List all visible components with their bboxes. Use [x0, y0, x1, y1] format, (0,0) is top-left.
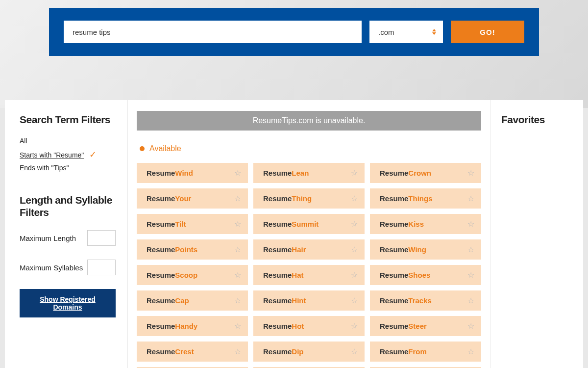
domain-card[interactable]: ResumeCrest☆ — [137, 342, 248, 362]
domain-name: ResumeCap — [147, 296, 189, 305]
domain-card[interactable]: ResumeHot☆ — [253, 316, 365, 336]
star-icon[interactable]: ☆ — [467, 321, 474, 331]
max-syllables-input[interactable] — [87, 260, 116, 275]
star-icon[interactable]: ☆ — [351, 270, 358, 280]
main-results: ResumeTips.com is unavailable. Available… — [127, 100, 490, 368]
search-input[interactable] — [64, 21, 362, 43]
domain-card[interactable]: ResumeHint☆ — [253, 290, 365, 311]
domain-name: ResumeDip — [263, 347, 304, 356]
sidebar: Search Term Filters All Starts with "Res… — [5, 100, 127, 368]
star-icon[interactable]: ☆ — [234, 321, 241, 331]
filter-ends-with[interactable]: Ends with "Tips" — [20, 164, 69, 172]
domain-card[interactable]: ResumePoints☆ — [137, 239, 248, 260]
domain-card[interactable]: ResumeCrown☆ — [370, 163, 481, 183]
star-icon[interactable]: ☆ — [234, 296, 241, 305]
domain-card[interactable]: ResumeThing☆ — [253, 188, 365, 209]
max-syllables-label: Maximum Syllables — [20, 263, 83, 272]
content-area: Search Term Filters All Starts with "Res… — [5, 100, 583, 368]
star-icon[interactable]: ☆ — [351, 168, 358, 178]
star-icon[interactable]: ☆ — [351, 347, 358, 356]
domain-name: ResumeHandy — [147, 322, 197, 330]
domain-name: ResumeShoes — [380, 271, 430, 279]
domain-card[interactable]: ResumeTracks☆ — [370, 290, 481, 311]
star-icon[interactable]: ☆ — [467, 245, 474, 254]
domain-name: ResumePoints — [147, 245, 197, 254]
domain-name: ResumeThing — [263, 194, 312, 203]
domain-card[interactable]: ResumeDip☆ — [253, 342, 365, 362]
domain-name: ResumeWind — [147, 169, 193, 177]
domain-name: ResumeTilt — [147, 220, 186, 228]
domain-name: ResumeWing — [380, 245, 426, 254]
check-icon: ✓ — [89, 150, 97, 159]
domain-card[interactable]: ResumeWing☆ — [370, 239, 481, 260]
domain-card[interactable]: ResumeWind☆ — [137, 163, 248, 183]
domain-name: ResumeKiss — [380, 220, 424, 228]
available-label: Available — [149, 144, 181, 153]
status-bar: ResumeTips.com is unavailable. — [137, 111, 481, 131]
domain-card[interactable]: ResumeSteer☆ — [370, 316, 481, 336]
star-icon[interactable]: ☆ — [351, 194, 358, 203]
sort-icon — [432, 29, 436, 35]
star-icon[interactable]: ☆ — [234, 270, 241, 280]
star-icon[interactable]: ☆ — [467, 219, 474, 229]
tld-select[interactable]: .com — [369, 21, 443, 43]
domain-card[interactable]: ResumeTilt☆ — [137, 214, 248, 234]
domain-card[interactable]: ResumeHandy☆ — [137, 316, 248, 336]
domain-card[interactable]: ResumeSummit☆ — [253, 214, 365, 234]
filters-heading: Search Term Filters — [20, 114, 116, 126]
max-length-input[interactable] — [87, 230, 116, 246]
domain-name: ResumeCrown — [380, 169, 431, 177]
domain-card[interactable]: ResumeLean☆ — [253, 163, 365, 183]
search-bar: .com GO! — [49, 8, 539, 56]
domain-name: ResumeTracks — [380, 296, 432, 305]
favorites-heading: Favorites — [501, 114, 572, 126]
star-icon[interactable]: ☆ — [467, 168, 474, 178]
max-length-label: Maximum Length — [20, 234, 76, 242]
star-icon[interactable]: ☆ — [467, 270, 474, 280]
star-icon[interactable]: ☆ — [467, 347, 474, 356]
star-icon[interactable]: ☆ — [467, 296, 474, 305]
length-heading: Length and Syllable Filters — [20, 194, 116, 218]
domain-name: ResumeHair — [263, 245, 306, 254]
filter-starts-with[interactable]: Starts with "Resume" — [20, 151, 84, 159]
domain-card[interactable]: ResumeCap☆ — [137, 290, 248, 311]
available-dot-icon — [140, 146, 145, 151]
star-icon[interactable]: ☆ — [234, 194, 241, 203]
filter-all[interactable]: All — [20, 137, 27, 145]
show-registered-button[interactable]: Show Registered Domains — [20, 289, 116, 317]
domain-name: ResumeFrom — [380, 347, 427, 356]
domain-card[interactable]: ResumeScoop☆ — [137, 265, 248, 285]
star-icon[interactable]: ☆ — [234, 168, 241, 178]
star-icon[interactable]: ☆ — [351, 321, 358, 331]
domain-card[interactable]: ResumeYour☆ — [137, 188, 248, 209]
domain-card[interactable]: ResumeKiss☆ — [370, 214, 481, 234]
domain-name: ResumeSummit — [263, 220, 318, 228]
domain-name: ResumeCrest — [147, 347, 194, 356]
domain-card[interactable]: ResumeHair☆ — [253, 239, 365, 260]
domain-name: ResumeYour — [147, 194, 191, 203]
domain-card[interactable]: ResumeThings☆ — [370, 188, 481, 209]
star-icon[interactable]: ☆ — [351, 296, 358, 305]
star-icon[interactable]: ☆ — [234, 245, 241, 254]
domain-card[interactable]: ResumeShoes☆ — [370, 265, 481, 285]
star-icon[interactable]: ☆ — [234, 219, 241, 229]
favorites-panel: Favorites — [490, 100, 583, 368]
go-button[interactable]: GO! — [451, 21, 524, 43]
domain-name: ResumeHint — [263, 296, 306, 305]
star-icon[interactable]: ☆ — [351, 245, 358, 254]
star-icon[interactable]: ☆ — [234, 347, 241, 356]
available-legend: Available — [140, 144, 481, 153]
domain-name: ResumeScoop — [147, 271, 197, 279]
domain-card[interactable]: ResumeHat☆ — [253, 265, 365, 285]
domain-name: ResumeHot — [263, 322, 304, 330]
results-grid: ResumeWind☆ResumeLean☆ResumeCrown☆Resume… — [137, 163, 481, 368]
domain-name: ResumeThings — [380, 194, 433, 203]
domain-card[interactable]: ResumeFrom☆ — [370, 342, 481, 362]
domain-name: ResumeSteer — [380, 322, 427, 330]
star-icon[interactable]: ☆ — [351, 219, 358, 229]
tld-label: .com — [378, 28, 394, 36]
star-icon[interactable]: ☆ — [467, 194, 474, 203]
domain-name: ResumeLean — [263, 169, 309, 177]
domain-name: ResumeHat — [263, 271, 304, 279]
